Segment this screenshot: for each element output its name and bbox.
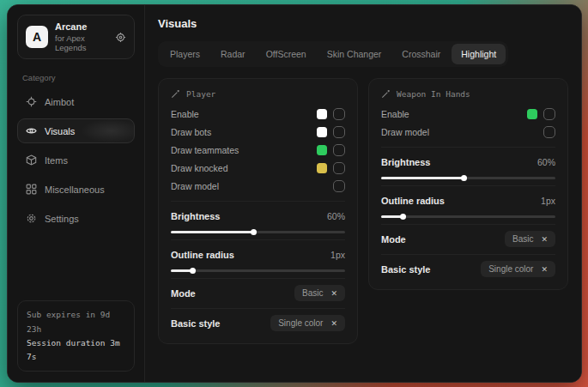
sidebar-item-visuals[interactable]: Visuals xyxy=(17,118,135,143)
slider-thumb[interactable] xyxy=(251,229,257,235)
color-swatch[interactable] xyxy=(317,163,327,173)
sidebar-item-label: Settings xyxy=(45,214,79,224)
remove-tag-icon[interactable]: ✕ xyxy=(541,265,548,274)
app-name: Arcane xyxy=(55,21,108,32)
card-title: Player xyxy=(186,89,215,99)
brightness-slider[interactable] xyxy=(381,177,555,179)
visuals-eye-icon xyxy=(26,125,37,136)
color-swatch[interactable] xyxy=(317,145,327,155)
brightness-slider[interactable] xyxy=(171,231,345,233)
setting-row-draw-bots: Draw bots xyxy=(171,123,345,141)
aimbot-crosshair-icon xyxy=(26,96,37,107)
outline-radius-slider[interactable] xyxy=(381,215,555,218)
sidebar-item-aimbot[interactable]: Aimbot xyxy=(17,89,135,114)
sidebar: A Arcane for Apex Legends Category Aimbo… xyxy=(8,5,145,382)
slider-value: 1px xyxy=(330,250,345,260)
color-swatch[interactable] xyxy=(527,109,537,119)
gear-icon[interactable] xyxy=(115,32,126,43)
category-label: Category xyxy=(22,73,130,82)
settings-gear-icon xyxy=(26,213,37,224)
slider-value: 60% xyxy=(327,211,345,221)
sidebar-item-label: Items xyxy=(45,155,68,166)
page-title: Visuals xyxy=(158,17,568,30)
slider-value: 60% xyxy=(537,157,555,167)
setting-row-outline-radius: Outline radius 1px xyxy=(171,245,345,263)
app-window: A Arcane for Apex Legends Category Aimbo… xyxy=(7,4,582,383)
color-swatch[interactable] xyxy=(317,109,327,119)
mode-tag[interactable]: Basic ✕ xyxy=(505,231,555,247)
wand-icon xyxy=(171,89,180,99)
checkbox[interactable] xyxy=(333,180,345,192)
main-panel: Visuals Players Radar OffScreen Skin Cha… xyxy=(145,5,581,382)
wand-icon xyxy=(381,89,391,99)
setting-row-brightness: Brightness 60% xyxy=(381,153,555,171)
remove-tag-icon[interactable]: ✕ xyxy=(541,235,548,244)
remove-tag-icon[interactable]: ✕ xyxy=(330,289,337,298)
remove-tag-icon[interactable]: ✕ xyxy=(330,319,337,328)
tab-bar: Players Radar OffScreen Skin Changer Cro… xyxy=(158,41,508,67)
sidebar-item-miscellaneous[interactable]: Miscellaneous xyxy=(17,177,135,202)
mode-tag[interactable]: Basic ✕ xyxy=(294,285,345,301)
setting-row-draw-model: Draw model xyxy=(171,177,345,195)
player-settings-card: Player Enable Draw bots xyxy=(158,78,358,344)
tab-offscreen[interactable]: OffScreen xyxy=(257,44,316,64)
checkbox[interactable] xyxy=(543,126,555,138)
checkbox[interactable] xyxy=(333,162,345,174)
slider-value: 1px xyxy=(541,196,555,206)
checkbox[interactable] xyxy=(543,108,555,120)
tab-radar[interactable]: Radar xyxy=(211,44,255,64)
setting-row-mode: Mode Basic ✕ xyxy=(381,230,555,248)
sidebar-item-label: Aimbot xyxy=(45,97,74,107)
color-swatch[interactable] xyxy=(317,127,327,137)
setting-row-enable: Enable xyxy=(381,105,555,123)
basic-style-tag[interactable]: Single color ✕ xyxy=(481,261,555,277)
app-logo: A xyxy=(26,26,48,48)
checkbox[interactable] xyxy=(333,126,345,138)
slider-thumb[interactable] xyxy=(190,268,196,274)
setting-row-mode: Mode Basic ✕ xyxy=(171,284,345,302)
slider-thumb[interactable] xyxy=(461,175,467,181)
setting-row-basic-style: Basic style Single color ✕ xyxy=(171,314,345,332)
app-header-card: A Arcane for Apex Legends xyxy=(17,15,135,59)
weapon-in-hands-settings-card: Weapon In Hands Enable Draw model Bright… xyxy=(368,78,568,290)
setting-row-basic-style: Basic style Single color ✕ xyxy=(381,260,555,278)
tab-skin-changer[interactable]: Skin Changer xyxy=(318,44,391,64)
subscription-status-card: Sub expires in 9d 23h Session duration 3… xyxy=(17,300,135,372)
slider-thumb[interactable] xyxy=(400,214,406,220)
setting-row-enable: Enable xyxy=(171,105,345,123)
checkbox[interactable] xyxy=(333,108,345,120)
tab-highlight[interactable]: Highlight xyxy=(452,44,506,64)
setting-row-draw-model: Draw model xyxy=(381,123,555,141)
outline-radius-slider[interactable] xyxy=(171,269,345,272)
setting-row-outline-radius: Outline radius 1px xyxy=(381,191,555,209)
sub-expires-text: Sub expires in 9d 23h xyxy=(27,308,125,336)
items-box-icon xyxy=(26,154,37,166)
setting-row-brightness: Brightness 60% xyxy=(171,207,345,225)
basic-style-tag[interactable]: Single color ✕ xyxy=(270,315,345,331)
setting-row-draw-teammates: Draw teammates xyxy=(171,141,345,159)
miscellaneous-grid-icon xyxy=(26,184,37,195)
sidebar-item-settings[interactable]: Settings xyxy=(17,206,135,231)
checkbox[interactable] xyxy=(333,144,345,156)
session-duration-text: Session duration 3m 7s xyxy=(27,336,125,364)
setting-row-draw-knocked: Draw knocked xyxy=(171,159,345,177)
app-subtitle: for Apex Legends xyxy=(55,33,108,52)
tab-crosshair[interactable]: Crosshair xyxy=(392,44,450,64)
sidebar-item-label: Visuals xyxy=(45,126,75,136)
card-title: Weapon In Hands xyxy=(397,89,470,99)
sidebar-item-items[interactable]: Items xyxy=(17,148,135,172)
sidebar-item-label: Miscellaneous xyxy=(45,184,105,195)
tab-players[interactable]: Players xyxy=(161,44,209,64)
